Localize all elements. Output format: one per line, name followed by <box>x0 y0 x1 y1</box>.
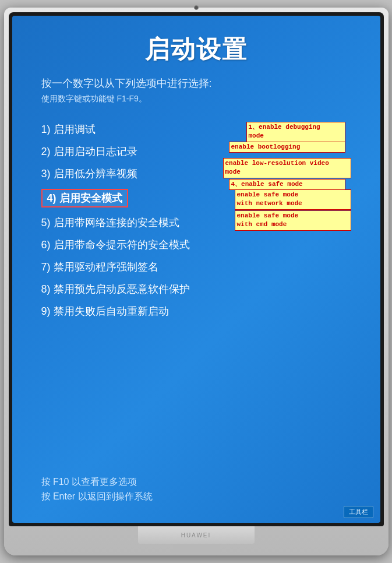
subtitle-text: 按一个数字以从下列选项中进行选择: <box>41 76 351 90</box>
menu-item-7-text: 7) 禁用驱动程序强制签名 <box>41 260 158 274</box>
monitor-base: HUAWEI <box>138 526 255 544</box>
menu-item-5-text: 5) 启用带网络连接的安全模式 <box>41 216 179 230</box>
menu-item-4-text: 4) 启用安全模式 <box>41 189 128 207</box>
menu-item-6[interactable]: 6) 启用带命令提示符的安全模式 <box>41 234 351 256</box>
menu-item-9[interactable]: 9) 禁用失败后自动重新启动 <box>41 300 351 322</box>
screen-bezel: 启动设置 按一个数字以从下列选项中进行选择: 使用数字键或功能键 F1-F9。 … <box>9 12 384 526</box>
menu-item-7[interactable]: 7) 禁用驱动程序强制签名 <box>41 256 351 278</box>
annotation-3: enable low-resolution video mode <box>223 158 351 178</box>
menu-item-6-text: 6) 启用带命令提示符的安全模式 <box>41 238 190 252</box>
camera-dot <box>194 5 199 10</box>
screen: 启动设置 按一个数字以从下列选项中进行选择: 使用数字键或功能键 F1-F9。 … <box>12 16 380 523</box>
annotation-4: 4、enable safe mode <box>229 179 345 190</box>
page-title: 启动设置 <box>41 33 351 66</box>
footer: 按 F10 以查看更多选项 按 Enter 以返回到操作系统 <box>41 465 351 505</box>
menu-item-3-text: 3) 启用低分辨率视频 <box>41 167 137 181</box>
hint-text: 使用数字键或功能键 F1-F9。 <box>41 94 351 104</box>
toolbar-button[interactable]: 工具栏 <box>344 506 373 518</box>
monitor-stand <box>173 544 220 555</box>
annotation-6: enable safe mode with cmd mode <box>235 210 351 231</box>
brand-label: HUAWEI <box>181 532 211 539</box>
menu-item-8-text: 8) 禁用预先启动反恶意软件保护 <box>41 282 190 296</box>
footer-line1: 按 F10 以查看更多选项 <box>41 476 351 488</box>
footer-line2: 按 Enter 以返回到操作系统 <box>41 491 351 503</box>
menu-item-9-text: 9) 禁用失败后自动重新启动 <box>41 304 169 318</box>
annotation-2: enable bootlogging <box>229 142 345 153</box>
menu-item-2-text: 2) 启用启动日志记录 <box>41 145 137 159</box>
monitor: 启动设置 按一个数字以从下列选项中进行选择: 使用数字键或功能键 F1-F9。 … <box>4 8 389 555</box>
menu-item-1-text: 1) 启用调试 <box>41 122 96 136</box>
menu-item-8[interactable]: 8) 禁用预先启动反恶意软件保护 <box>41 278 351 300</box>
annotation-5: enable safe mode with network mode <box>235 189 351 210</box>
annotation-1: 1、enable debugging mode <box>246 122 345 142</box>
